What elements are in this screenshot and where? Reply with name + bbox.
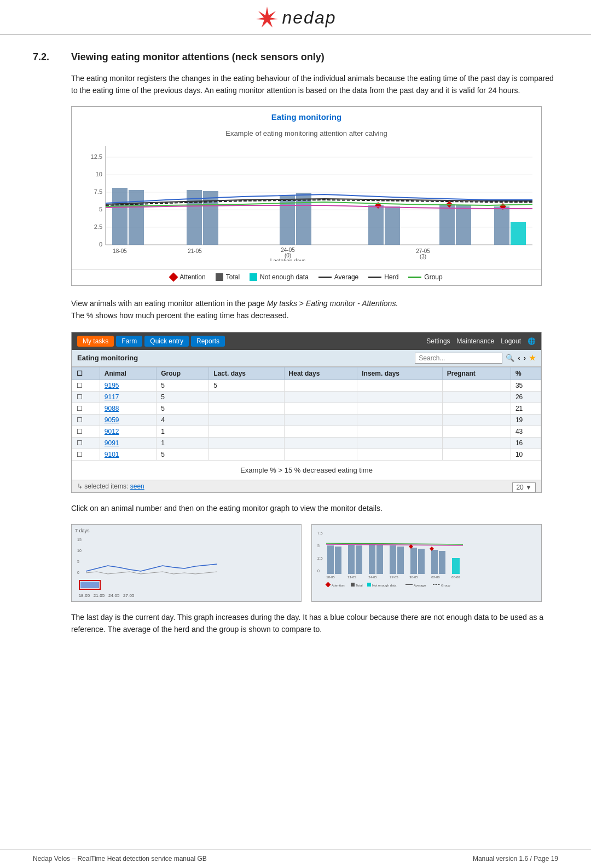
attention-icon — [169, 273, 178, 282]
forward-icon[interactable]: › — [524, 354, 526, 362]
chart-svg: 0 2.5 5 7.5 10 12.5 — [78, 141, 536, 261]
star-icon[interactable]: ★ — [529, 354, 536, 362]
nav-farm[interactable]: Farm — [116, 336, 142, 347]
svg-rect-53 — [390, 545, 396, 574]
svg-text:18-05: 18-05 — [113, 248, 127, 254]
legend-average-label: Average — [334, 273, 358, 281]
animal-link[interactable]: 9101 — [105, 451, 119, 458]
footer-left: Nedap Velos – RealTime Heat detection se… — [33, 855, 207, 863]
nav-reports[interactable]: Reports — [191, 336, 225, 347]
col-insem-days: Insem. days — [357, 367, 442, 380]
logo: nedap — [255, 5, 337, 30]
svg-text:21-05: 21-05 — [347, 576, 356, 579]
svg-text:10: 10 — [77, 549, 82, 553]
nav-icon: 🌐 — [528, 337, 536, 345]
nav-quick-entry[interactable]: Quick entry — [144, 336, 189, 347]
chart-label: Example of eating monitoring attention a… — [78, 129, 535, 137]
nav-right: Settings Maintenance Logout 🌐 — [426, 337, 536, 345]
chart-svg-wrapper: 0 2.5 5 7.5 10 12.5 — [78, 141, 535, 263]
logo-text: nedap — [282, 8, 337, 28]
svg-text:7.5: 7.5 — [94, 188, 102, 195]
page-footer: Nedap Velos – RealTime Heat detection se… — [0, 849, 591, 868]
svg-rect-26 — [511, 222, 526, 245]
total-icon — [216, 273, 223, 281]
paragraph-4: The last day is the current day. This gr… — [71, 612, 558, 635]
chart-legend: Attention Total Not enough data Average … — [72, 269, 541, 285]
legend-attention-label: Attention — [179, 273, 205, 281]
nav-maintenance[interactable]: Maintenance — [457, 337, 495, 345]
animal-link[interactable]: 9088 — [105, 405, 119, 412]
svg-text:12.5: 12.5 — [91, 153, 102, 160]
svg-text:Total: Total — [356, 584, 363, 587]
col-lact-days: Lact. days — [209, 367, 284, 380]
logo-star-icon — [255, 5, 279, 30]
svg-text:02-06: 02-06 — [431, 576, 440, 579]
legend-group: Group — [408, 273, 442, 281]
section-title: Viewing eating monitor attentions (neck … — [71, 51, 325, 63]
footer-right: Manual version 1.6 / Page 19 — [473, 855, 558, 863]
svg-rect-55 — [410, 548, 417, 574]
svg-text:18-05: 18-05 — [326, 576, 335, 579]
svg-rect-49 — [348, 544, 355, 574]
svg-text:5: 5 — [317, 544, 320, 548]
svg-rect-25 — [494, 206, 509, 245]
animal-link[interactable]: 9091 — [105, 439, 119, 447]
svg-text:Lactation days: Lactation days — [270, 258, 306, 261]
nav-settings[interactable]: Settings — [426, 337, 450, 345]
search-input[interactable] — [415, 353, 502, 364]
legend-average: Average — [318, 273, 358, 281]
pagination-select[interactable]: 20 ▼ — [512, 482, 536, 492]
svg-text:0: 0 — [99, 241, 102, 248]
table-row: ☐ 9059 4 19 — [72, 414, 541, 426]
animal-link[interactable]: 9117 — [105, 393, 119, 401]
svg-rect-21 — [368, 205, 384, 245]
average-icon — [318, 277, 332, 278]
search-icon[interactable]: 🔍 — [506, 354, 514, 362]
svg-rect-59 — [452, 558, 460, 574]
svg-rect-54 — [397, 547, 404, 574]
svg-rect-23 — [439, 204, 455, 245]
back-icon[interactable]: ‹ — [518, 354, 520, 362]
svg-rect-42 — [80, 582, 99, 588]
legend-herd: Herd — [368, 273, 398, 281]
animal-link[interactable]: 9195 — [105, 382, 119, 389]
col-animal: Animal — [100, 367, 156, 380]
svg-rect-56 — [418, 549, 425, 574]
legend-not-enough-data: Not enough data — [250, 273, 309, 281]
animal-link[interactable]: 9059 — [105, 416, 119, 424]
small-chart-right-svg: 7.5 5 2.5 0 — [315, 528, 468, 591]
eating-monitoring-chart: Eating monitoring Example of eating moni… — [71, 106, 542, 286]
svg-text:27-05: 27-05 — [390, 576, 398, 579]
page-header: nedap — [0, 0, 591, 35]
svg-rect-48 — [335, 547, 341, 574]
svg-text:Average: Average — [414, 584, 426, 587]
legend-total-label: Total — [226, 273, 240, 281]
herd-icon — [368, 277, 381, 278]
paragraph-1: The eating monitor registers the changes… — [71, 73, 558, 96]
svg-text:5: 5 — [99, 206, 102, 212]
small-chart-left-svg: 15 10 5 0 — [75, 536, 228, 590]
x-labels-left: 18-05 21-05 24-05 27-05 — [75, 593, 298, 598]
nav-my-tasks[interactable]: My tasks — [77, 336, 114, 347]
svg-text:5: 5 — [77, 560, 79, 564]
table-row: ☐ 9195 5 5 35 — [72, 380, 541, 391]
small-screenshot-right: 7.5 5 2.5 0 — [311, 524, 542, 602]
col-pregnant: Pregnant — [442, 367, 511, 380]
animal-link[interactable]: 9012 — [105, 428, 119, 435]
svg-text:24-05: 24-05 — [368, 576, 377, 579]
table-screenshot: My tasks Farm Quick entry Reports Settin… — [71, 332, 542, 493]
svg-text:7.5: 7.5 — [317, 531, 323, 535]
nav-logout[interactable]: Logout — [501, 337, 521, 345]
legend-herd-label: Herd — [384, 273, 398, 281]
section-number: 7.2. — [33, 51, 60, 63]
main-content: 7.2. Viewing eating monitor attentions (… — [0, 35, 591, 679]
svg-text:Group: Group — [441, 584, 450, 587]
section-heading: 7.2. Viewing eating monitor attentions (… — [33, 51, 558, 63]
table-row: ☐ 9117 5 26 — [72, 391, 541, 403]
paragraph-3: Click on an animal number and then on th… — [71, 503, 558, 515]
small-screenshots-row: 7 days 15 10 5 0 18-05 21-05 24-05 27 — [71, 524, 542, 602]
svg-text:30-05: 30-05 — [409, 576, 418, 579]
selected-items-label: selected items: — [84, 482, 130, 490]
search-area: 🔍 ‹ › ★ — [415, 353, 536, 364]
seen-link[interactable]: seen — [130, 482, 144, 490]
